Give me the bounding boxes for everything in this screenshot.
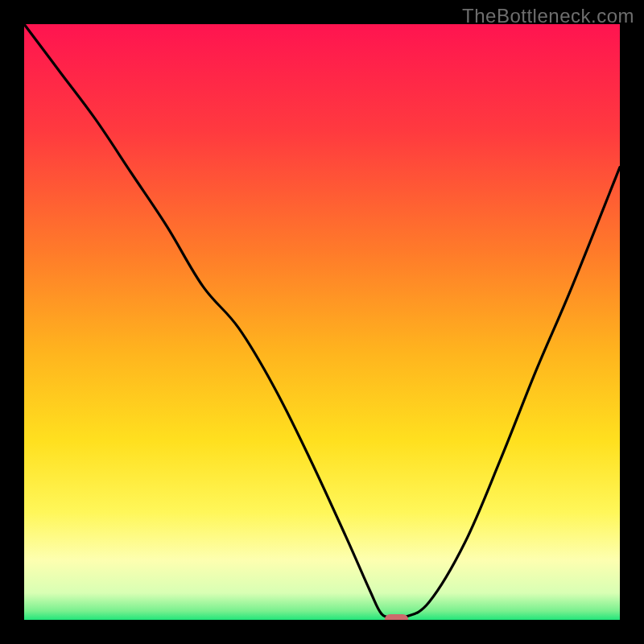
svg-rect-0	[24, 24, 620, 620]
plot-area	[24, 24, 620, 620]
chart-container: TheBottleneck.com	[0, 0, 644, 644]
bottleneck-chart	[24, 24, 620, 620]
watermark-text: TheBottleneck.com	[462, 5, 634, 27]
optimal-marker	[385, 614, 409, 620]
